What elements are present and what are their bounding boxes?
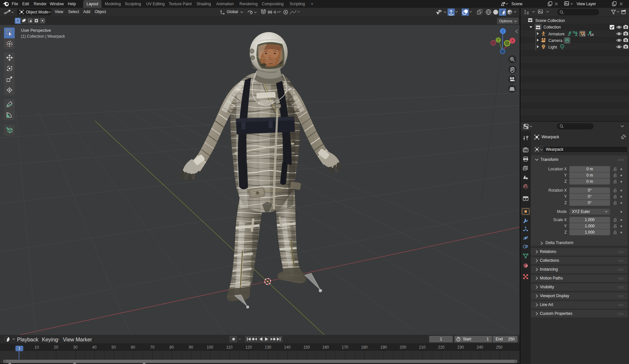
svg-text:X: X: [511, 39, 514, 43]
svg-text:Z: Z: [502, 29, 504, 33]
svg-text:Y: Y: [497, 38, 500, 42]
